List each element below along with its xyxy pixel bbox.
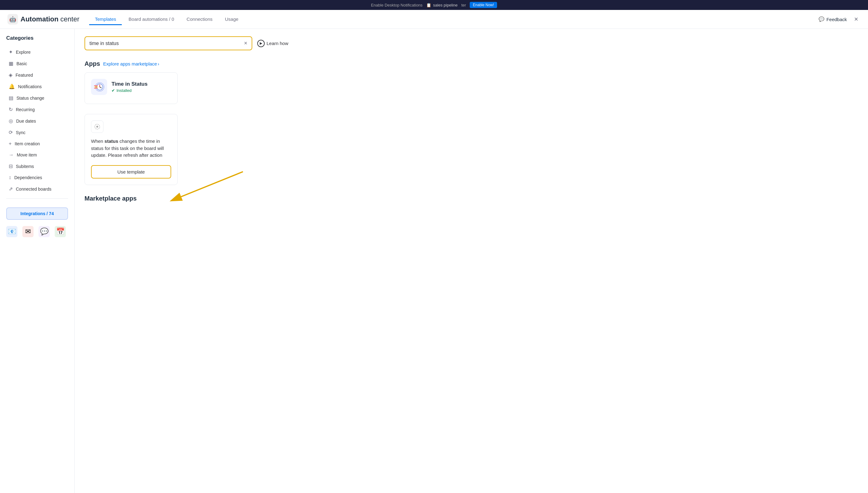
sidebar-item-label: Connected boards — [16, 187, 51, 192]
cards-area: Time in Status ✔ Installed — [84, 72, 858, 185]
header-nav: Templates Board automations / 0 Connecti… — [89, 14, 814, 25]
app-card-info: Time in Status ✔ Installed — [111, 81, 148, 93]
sidebar-item-dependencies[interactable]: ↕ Dependencies — [2, 172, 72, 183]
sidebar-item-connected-boards[interactable]: ⇗ Connected boards — [2, 183, 72, 195]
sidebar-item-label: Dependencies — [14, 175, 42, 180]
feedback-icon: 💬 — [819, 17, 825, 22]
template-card: When status changes the time in status f… — [84, 114, 178, 185]
automation-center-window: 🤖 Automation center Templates Board auto… — [0, 10, 868, 493]
sidebar-item-subitems[interactable]: ⊟ Subitems — [2, 160, 72, 172]
sidebar-item-label: Move item — [17, 152, 37, 157]
sidebar-item-due-dates[interactable]: ◎ Due dates — [2, 115, 72, 127]
learn-how-button[interactable]: ▶ Learn how — [257, 40, 288, 47]
sidebar: Categories ✦ Explore ▦ Basic ◈ Featured … — [0, 29, 75, 493]
sidebar-item-notifications[interactable]: 🔔 Notifications — [2, 81, 72, 92]
marketplace-section-title: Marketplace apps — [84, 195, 858, 202]
outlook-app-icon[interactable]: 📧 — [6, 226, 17, 237]
sidebar-item-label: Recurring — [16, 107, 35, 112]
header: 🤖 Automation center Templates Board auto… — [0, 10, 868, 29]
calendar-app-icon[interactable]: 📅 — [55, 226, 66, 237]
sidebar-item-recurring[interactable]: ↻ Recurring — [2, 104, 72, 115]
search-clear-button[interactable]: × — [244, 40, 247, 47]
template-description: When status changes the time in status f… — [91, 138, 171, 159]
sidebar-item-basic[interactable]: ▦ Basic — [2, 58, 72, 69]
status-change-icon: ▤ — [9, 95, 13, 101]
sidebar-item-status-change[interactable]: ▤ Status change — [2, 92, 72, 104]
sidebar-item-sync[interactable]: ⟳ Sync — [2, 127, 72, 138]
main-content: × ▶ Learn how Apps Explore apps marketpl… — [75, 29, 868, 493]
play-icon: ▶ — [257, 40, 265, 47]
sync-icon: ⟳ — [9, 129, 13, 135]
sidebar-item-featured[interactable]: ◈ Featured — [2, 69, 72, 81]
sidebar-divider — [6, 198, 68, 199]
header-title: Automation center — [21, 15, 79, 23]
subitems-icon: ⊟ — [9, 163, 13, 169]
integrations-button[interactable]: Integrations / 74 — [6, 207, 68, 220]
sidebar-item-label: Status change — [17, 95, 44, 101]
use-template-button[interactable]: Use template — [91, 165, 171, 178]
sidebar-item-move-item[interactable]: → Move item — [2, 149, 72, 160]
header-actions: 💬 Feedback × — [819, 15, 861, 24]
logo-icon: 🤖 — [7, 14, 18, 24]
sidebar-item-label: Due dates — [16, 119, 36, 124]
chevron-right-icon: › — [158, 61, 159, 66]
sidebar-item-label: Basic — [17, 61, 27, 66]
explore-apps-link[interactable]: Explore apps marketplace › — [103, 61, 159, 66]
sidebar-item-label: Notifications — [18, 84, 42, 89]
sales-pipeline-badge: 📋 sales pipeline — [426, 3, 458, 7]
tab-templates[interactable]: Templates — [89, 14, 122, 25]
notifications-icon: 🔔 — [9, 84, 15, 89]
sidebar-title: Categories — [0, 35, 74, 46]
notification-text: Enable Desktop Notifications — [371, 3, 422, 7]
tab-board-automations[interactable]: Board automations / 0 — [123, 14, 180, 25]
connected-boards-icon: ⇗ — [9, 186, 13, 192]
tab-usage[interactable]: Usage — [219, 14, 244, 25]
due-dates-icon: ◎ — [9, 118, 13, 124]
time-in-status-icon — [91, 79, 107, 95]
sidebar-bottom-apps: 📧 ✉ 💬 📅 — [0, 222, 74, 241]
move-item-icon: → — [9, 152, 14, 158]
sidebar-item-explore[interactable]: ✦ Explore — [2, 46, 72, 58]
recurring-icon: ↻ — [9, 106, 13, 112]
slack-app-icon[interactable]: 💬 — [39, 226, 50, 237]
sidebar-item-item-creation[interactable]: + Item creation — [2, 138, 72, 149]
apps-section-title: Apps Explore apps marketplace › — [84, 60, 858, 67]
search-box: × — [84, 36, 252, 50]
tab-connections[interactable]: Connections — [181, 14, 218, 25]
app-card-status: ✔ Installed — [111, 88, 148, 93]
header-logo: 🤖 Automation center — [7, 14, 79, 24]
search-input[interactable] — [89, 41, 244, 46]
sidebar-item-label: Featured — [16, 73, 33, 78]
check-icon: ✔ — [111, 88, 115, 93]
notification-text-2: ter — [461, 3, 466, 7]
sidebar-item-label: Subitems — [16, 164, 34, 169]
sidebar-item-label: Item creation — [15, 141, 40, 146]
top-notification-bar: Enable Desktop Notifications 📋 sales pip… — [0, 0, 868, 10]
sidebar-item-label: Explore — [16, 50, 30, 55]
sidebar-item-label: Sync — [16, 130, 25, 135]
svg-point-8 — [96, 126, 98, 128]
enable-now-button[interactable]: Enable Now! — [470, 2, 497, 8]
featured-icon: ◈ — [9, 72, 13, 78]
basic-icon: ▦ — [9, 61, 13, 66]
body-layout: Categories ✦ Explore ▦ Basic ◈ Featured … — [0, 29, 868, 493]
search-container: × ▶ Learn how — [84, 36, 858, 50]
app-card-header: Time in Status ✔ Installed — [91, 79, 171, 95]
cards-row: Time in Status ✔ Installed — [84, 72, 858, 185]
template-icon — [91, 121, 103, 133]
close-button[interactable]: × — [852, 15, 861, 24]
time-in-status-app-card[interactable]: Time in Status ✔ Installed — [84, 72, 178, 104]
explore-icon: ✦ — [9, 49, 13, 55]
dependencies-icon: ↕ — [9, 175, 11, 180]
feedback-button[interactable]: 💬 Feedback — [819, 17, 847, 22]
gmail-app-icon[interactable]: ✉ — [22, 226, 34, 237]
item-creation-icon: + — [9, 141, 12, 147]
